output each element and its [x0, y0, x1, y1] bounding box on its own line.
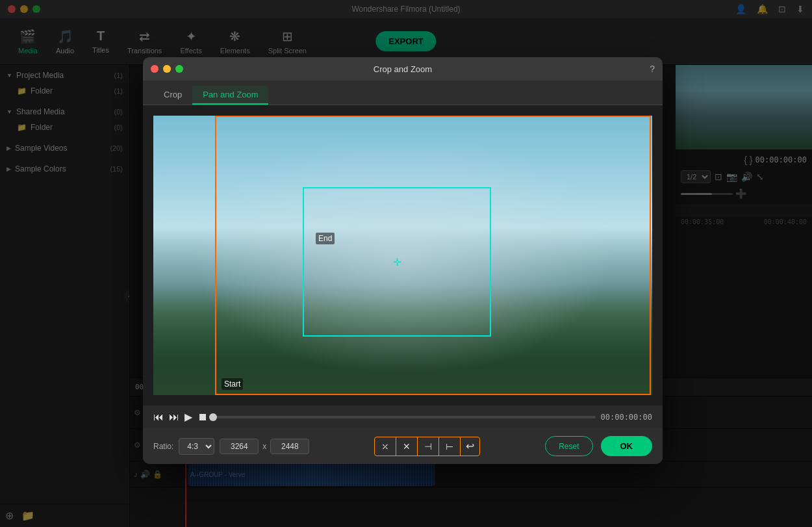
audio-track-volume-icon[interactable]: 🔊 [140, 470, 150, 479]
maximize-button[interactable] [32, 5, 40, 13]
project-folder-label: Folder [31, 86, 53, 96]
left-panel-bottom: ⊕ 📁 [0, 504, 129, 527]
align-left-icon[interactable]: ⊣ [418, 437, 439, 456]
in-point-icon[interactable]: { [744, 155, 747, 165]
effects-icon: ✦ [186, 29, 197, 44]
track-settings-icon[interactable]: ⚙ [134, 408, 141, 417]
shared-expand-triangle: ▼ [6, 109, 12, 115]
audio-icon: 🎵 [57, 29, 73, 44]
audio-track: A--GROUP - Verve [185, 461, 812, 487]
audio-track-music-icon[interactable]: ♪ [134, 470, 138, 479]
shared-folder-count: (0) [114, 123, 123, 131]
media-icon: 🎬 [19, 29, 36, 44]
rotate-icon[interactable]: ↩ [461, 437, 479, 456]
right-preview-thumbnail [676, 65, 812, 149]
modal-footer: Ratio: 4:3 x ⤫ ✕ ⊣ ⊢ ↩ Reset OK [143, 428, 663, 464]
fullscreen-icon[interactable]: ⤡ [756, 172, 764, 182]
new-folder-icon[interactable]: 📁 [21, 509, 34, 522]
out-point-icon[interactable]: } [750, 155, 753, 165]
sample-videos-item[interactable]: ▶ Sample Videos (20) [0, 140, 129, 156]
time-row-bottom: 00:00:35:00 00:00:40:00 [676, 217, 812, 227]
end-label: End [316, 233, 335, 244]
preview-time-value: 00:00:00:00 [755, 155, 807, 164]
app-title: Wondershare Filmora (Untitled) [351, 5, 460, 14]
track2-settings-icon[interactable]: ⚙ [134, 441, 141, 450]
align-center-v-icon[interactable]: ✕ [396, 437, 418, 456]
minimize-button[interactable] [20, 5, 28, 13]
time-start: 00:00:35:00 [681, 218, 724, 225]
new-project-icon[interactable]: ⊕ [5, 509, 14, 522]
project-media-section: ▼ Project Media (1) 📁 Folder (1) [0, 65, 129, 101]
audio-waveform: A--GROUP - Verve [188, 463, 435, 486]
shared-media-folder[interactable]: 📁 Folder (0) [0, 120, 129, 135]
modal-minimize-button[interactable] [163, 65, 171, 73]
audio-clip[interactable]: A--GROUP - Verve [188, 463, 435, 486]
ok-button[interactable]: OK [601, 436, 653, 456]
ratio-dropdown[interactable]: 4:3 [179, 438, 214, 455]
project-media-item[interactable]: ▼ Project Media (1) [0, 68, 129, 83]
download-icon[interactable]: ⬇ [796, 4, 804, 14]
tab-pan-zoom[interactable]: Pan and Zoom [192, 86, 268, 105]
sample-colors-item[interactable]: ▶ Sample Colors (15) [0, 161, 129, 177]
modal-close-button[interactable] [151, 65, 159, 73]
elements-label: Elements [220, 47, 250, 55]
titles-label: Titles [92, 46, 109, 54]
modal-tabs: Crop Pan and Zoom [143, 81, 663, 105]
align-right-icon[interactable]: ⊢ [439, 437, 461, 456]
step-back-icon[interactable]: ⏮ [153, 411, 164, 423]
close-button[interactable] [8, 5, 16, 13]
shared-media-item[interactable]: ▼ Shared Media (0) [0, 104, 129, 120]
expand-triangle: ▼ [6, 72, 12, 79]
toolbar-item-effects[interactable]: ✦ Effects [172, 25, 209, 58]
width-input[interactable] [220, 439, 259, 454]
window-icon[interactable]: ⊡ [778, 4, 786, 14]
reset-button[interactable]: Reset [545, 436, 592, 456]
sample-videos-count: (20) [110, 144, 123, 152]
export-button[interactable]: EXPORT [375, 31, 436, 51]
toolbar-item-audio[interactable]: 🎵 Audio [48, 25, 82, 58]
sample-colors-section: ▶ Sample Colors (15) [0, 159, 129, 179]
volume-slider[interactable] [681, 193, 733, 195]
playback-ratio-select[interactable]: 1/2 [681, 170, 711, 183]
help-icon[interactable]: ? [650, 64, 655, 74]
panel-collapse-arrow[interactable]: ◀ [124, 290, 130, 303]
tab-crop[interactable]: Crop [153, 86, 192, 105]
project-media-count: (1) [114, 71, 123, 79]
align-center-h-icon[interactable]: ⤫ [375, 437, 396, 456]
shared-media-section: ▼ Shared Media (0) 📁 Folder (0) [0, 101, 129, 138]
progress-handle[interactable] [209, 413, 217, 421]
sample-videos-label: Sample Videos [15, 144, 68, 153]
folder-icon: 📁 [17, 86, 27, 96]
toolbar-item-media[interactable]: 🎬 Media [10, 25, 45, 58]
project-media-folder[interactable]: 📁 Folder (1) [0, 83, 129, 99]
height-input[interactable] [270, 439, 309, 454]
shared-media-label: Shared Media [16, 107, 65, 116]
audio-track-header: ♪ 🔊 🔒 [130, 461, 184, 487]
crop-zoom-modal[interactable]: Crop and Zoom ? Crop Pan and Zoom ✛ Star… [143, 57, 663, 464]
bell-icon[interactable]: 🔔 [757, 4, 768, 14]
pip-icon[interactable]: ⊡ [715, 172, 722, 182]
dimension-x-separator: x [262, 442, 266, 451]
transitions-icon: ⇄ [139, 29, 150, 44]
audio-track-lock-icon[interactable]: 🔒 [153, 470, 162, 479]
toolbar-item-elements[interactable]: ❋ Elements [212, 25, 258, 58]
toolbar-item-transitions[interactable]: ⇄ Transitions [120, 25, 170, 58]
volume-plus-icon[interactable]: ➕ [735, 188, 746, 199]
play-icon[interactable]: ▶ [184, 411, 192, 423]
stop-icon[interactable]: ⏹ [197, 411, 208, 423]
align-buttons-group: ⤫ ✕ ⊣ ⊢ ↩ [374, 437, 480, 456]
screenshot-icon[interactable]: 📷 [726, 172, 737, 182]
toolbar-item-split-screen[interactable]: ⊞ Split Screen [260, 25, 314, 58]
frame-back-icon[interactable]: ⏭ [169, 411, 179, 423]
volume-icon[interactable]: 🔊 [741, 172, 752, 182]
effects-label: Effects [180, 47, 201, 55]
modal-maximize-button[interactable] [175, 65, 183, 73]
scene-background [153, 116, 652, 395]
progress-bar[interactable] [213, 416, 596, 418]
account-icon[interactable]: 👤 [735, 4, 746, 14]
left-arrow-icon: ◀ [128, 292, 130, 300]
left-panel: ▼ Project Media (1) 📁 Folder (1) ▼ Share… [0, 65, 130, 527]
crop-canvas[interactable]: ✛ Start End [153, 116, 652, 395]
project-folder-count: (1) [114, 87, 123, 95]
toolbar-item-titles[interactable]: T Titles [84, 25, 117, 58]
